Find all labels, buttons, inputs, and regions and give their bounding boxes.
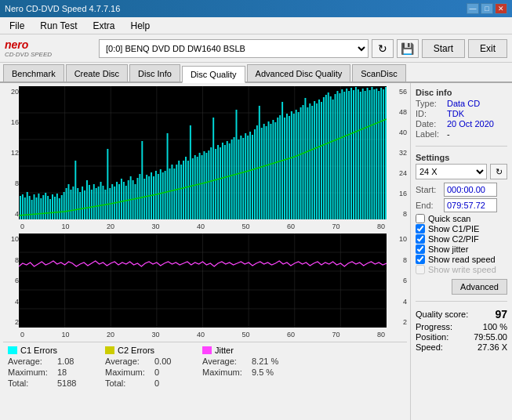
svg-rect-82: [183, 161, 184, 219]
minimize-button[interactable]: —: [467, 3, 479, 14]
exit-button[interactable]: Exit: [468, 39, 507, 58]
c1-y-left-3: 8: [3, 179, 19, 187]
show-jitter-row: Show jitter: [416, 244, 507, 254]
svg-rect-20: [40, 198, 42, 219]
show-c2-pif-checkbox[interactable]: [416, 234, 425, 244]
svg-rect-168: [380, 88, 382, 219]
svg-rect-161: [365, 91, 366, 219]
svg-rect-137: [309, 103, 310, 219]
chart1-y-right: 56 48 40 32 24 16 8: [387, 86, 407, 219]
drive-select[interactable]: [0:0] BENQ DVD DD DW1640 BSLB: [99, 39, 369, 58]
svg-rect-152: [343, 92, 345, 219]
svg-rect-119: [268, 121, 270, 219]
menu-help[interactable]: Help: [125, 19, 157, 33]
c1-y-right-0: 56: [387, 88, 407, 96]
svg-rect-128: [289, 116, 290, 219]
nero-logo: nero CD·DVD SPEED: [5, 37, 91, 60]
tab-benchmark[interactable]: Benchmark: [3, 64, 64, 81]
svg-rect-114: [256, 125, 258, 219]
speed-row: Speed: 27.36 X: [416, 342, 507, 352]
settings-title: Settings: [416, 153, 507, 162]
show-c1-pie-checkbox[interactable]: [416, 224, 425, 234]
svg-rect-122: [274, 122, 276, 219]
svg-rect-158: [358, 89, 359, 219]
svg-rect-75: [167, 133, 169, 219]
speed-select[interactable]: 24 X: [416, 164, 487, 179]
svg-rect-77: [171, 165, 172, 219]
c1-y-left-1: 16: [3, 118, 19, 126]
svg-rect-105: [236, 110, 238, 219]
quick-scan-checkbox[interactable]: [416, 214, 425, 223]
legend-c2: C2 Errors Average: 0.00 Maximum: 0 Total…: [105, 346, 183, 388]
maximize-button[interactable]: □: [481, 3, 493, 14]
svg-rect-81: [180, 165, 182, 219]
close-button[interactable]: ✕: [495, 3, 507, 14]
svg-rect-151: [341, 89, 343, 219]
menu-extra[interactable]: Extra: [86, 19, 121, 33]
chart2-x-axis: 0 10 20 30 40 50 60 70 80: [19, 331, 387, 339]
svg-rect-91: [203, 151, 205, 219]
tabs-bar: Benchmark Create Disc Disc Info Disc Qua…: [0, 63, 512, 83]
chart1-wrapper: 20 16 12 8 4: [3, 86, 407, 219]
show-c2-pif-row: Show C2/PIF: [416, 234, 507, 244]
svg-rect-154: [348, 91, 350, 219]
c2-avg-row: Average: 0.00: [105, 357, 183, 366]
legend-c1: C1 Errors Average: 1.08 Maximum: 18 Tota…: [8, 346, 86, 388]
refresh-icon-button[interactable]: ↻: [372, 39, 394, 58]
svg-rect-84: [187, 161, 189, 219]
svg-rect-133: [300, 107, 302, 219]
svg-rect-33: [70, 190, 71, 219]
c1-y-right-6: 8: [387, 210, 407, 218]
svg-rect-113: [254, 129, 256, 219]
svg-rect-69: [153, 176, 154, 219]
svg-rect-94: [210, 147, 212, 219]
svg-rect-100: [224, 145, 226, 219]
svg-rect-162: [367, 88, 369, 219]
speed-row: 24 X ↻: [416, 164, 507, 179]
tab-create-disc[interactable]: Create Disc: [66, 64, 128, 81]
save-icon-button[interactable]: 💾: [397, 39, 419, 58]
svg-rect-98: [220, 147, 221, 219]
start-button[interactable]: Start: [422, 39, 465, 58]
tab-advanced-disc-quality[interactable]: Advanced Disc Quality: [247, 64, 351, 81]
svg-rect-67: [148, 176, 150, 219]
tab-disc-info[interactable]: Disc Info: [129, 64, 180, 81]
disc-info-section: Disc info Type: Data CD ID: TDK Date: 20…: [416, 88, 507, 139]
jitter-color-box: [202, 346, 212, 354]
svg-rect-24: [49, 199, 51, 219]
svg-rect-118: [266, 126, 267, 219]
svg-rect-104: [234, 137, 235, 219]
c1-y-right-3: 32: [387, 149, 407, 157]
svg-rect-135: [304, 98, 306, 219]
svg-rect-106: [238, 139, 239, 219]
window-controls: — □ ✕: [467, 3, 507, 14]
show-read-speed-checkbox[interactable]: [416, 255, 425, 264]
tab-disc-quality[interactable]: Disc Quality: [182, 66, 245, 83]
quick-scan-row: Quick scan: [416, 214, 507, 223]
tab-scan-disc[interactable]: ScanDisc: [352, 64, 405, 81]
svg-rect-143: [323, 97, 325, 219]
svg-rect-37: [79, 192, 81, 219]
svg-rect-26: [54, 197, 56, 219]
svg-rect-55: [121, 179, 122, 219]
progress-row: Progress: 100 %: [416, 322, 507, 331]
menu-bar: File Run Test Extra Help: [0, 17, 512, 34]
start-time-input[interactable]: [444, 183, 497, 197]
end-time-input[interactable]: [444, 198, 497, 212]
svg-rect-40: [86, 180, 88, 219]
svg-rect-61: [135, 184, 136, 219]
show-jitter-checkbox[interactable]: [416, 244, 425, 254]
menu-file[interactable]: File: [3, 19, 31, 33]
svg-rect-129: [291, 111, 292, 219]
divider-2: [416, 301, 507, 302]
menu-run-test[interactable]: Run Test: [34, 19, 83, 33]
svg-rect-44: [96, 188, 97, 219]
svg-rect-19: [38, 194, 39, 219]
svg-rect-147: [332, 100, 334, 219]
refresh-settings-button[interactable]: ↻: [490, 164, 507, 179]
disc-type-row: Type: Data CD: [416, 99, 507, 108]
advanced-button[interactable]: Advanced: [452, 279, 507, 295]
svg-rect-116: [261, 128, 263, 219]
svg-rect-64: [141, 141, 143, 219]
legend-jitter: Jitter Average: 8.21 % Maximum: 9.5 %: [202, 346, 281, 388]
